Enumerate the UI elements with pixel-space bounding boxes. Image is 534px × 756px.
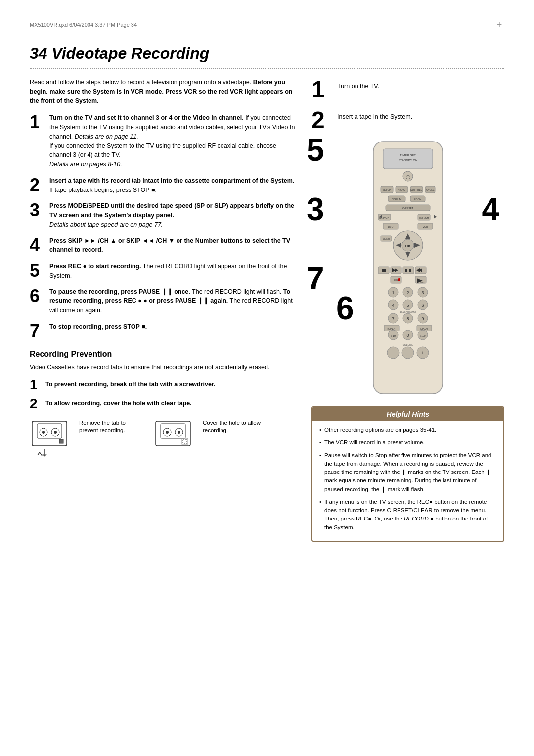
svg-text:DISPLAY: DISPLAY — [392, 198, 402, 201]
svg-text:VOLUME: VOLUME — [402, 343, 413, 346]
step-3-number: 3 — [30, 201, 44, 219]
hint-4: If any menu is on the TV screen, the REC… — [319, 498, 496, 532]
right-step-1-number: 1 — [312, 78, 331, 101]
step-7-number: 7 — [30, 322, 44, 340]
svg-text:DVD: DVD — [388, 225, 394, 228]
svg-text:8: 8 — [406, 316, 409, 321]
tape-item-1: Remove the tab to prevent recording. — [30, 419, 138, 460]
svg-text:ANGLE: ANGLE — [426, 189, 435, 191]
svg-point-4 — [42, 431, 45, 434]
prevention-section: Recording Prevention Video Cassettes hav… — [30, 350, 297, 460]
svg-point-108 — [402, 347, 414, 359]
helpful-hints-box: Helpful Hints Other recording options ar… — [312, 406, 504, 542]
svg-rect-1 — [37, 424, 62, 438]
tape-caption-1: Remove the tab to prevent recording. — [79, 419, 138, 434]
overlay-3: 3 — [307, 193, 324, 225]
right-step-2: 2 Insert a tape in the System. — [312, 108, 504, 132]
svg-text:SKIP/CH: SKIP/CH — [419, 216, 429, 219]
svg-rect-60 — [382, 269, 386, 272]
svg-text:C-RESET: C-RESET — [402, 207, 413, 210]
overlay-4: 4 — [482, 193, 499, 225]
prevention-step-2-num: 2 — [30, 397, 41, 411]
remote-wrapper: TIMER SET STANDBY ON ◯ SETUP AUDIO SUBTI… — [312, 139, 504, 396]
svg-point-16 — [166, 431, 169, 434]
svg-rect-64 — [403, 267, 414, 274]
right-column: 1 Turn on the TV. 2 Insert a tape in the… — [312, 78, 504, 542]
svg-line-11 — [38, 452, 40, 455]
remote-section: 5 3 4 7 6 TIMER SET STANDBY ON — [312, 139, 504, 396]
page-header: MX5100VR.qxd 6/04/2004 3:37 PM Page 34 — [30, 20, 504, 30]
svg-text:0: 0 — [406, 333, 409, 338]
step-6-number: 6 — [30, 287, 44, 305]
step-2-text: If tape playback begins, press STOP ■. — [49, 187, 157, 193]
svg-text:4: 4 — [392, 303, 394, 308]
svg-text:+: + — [421, 350, 424, 356]
overlay-6: 6 — [336, 292, 354, 324]
svg-rect-18 — [183, 439, 187, 443]
prevention-step-2: 2 To allow recording, cover the hole wit… — [30, 397, 297, 411]
hints-header: Helpful Hints — [312, 407, 503, 421]
svg-rect-66 — [409, 269, 411, 272]
svg-rect-13 — [161, 424, 185, 438]
step-1-bold: Turn on the TV and set it to channel 3 o… — [49, 114, 244, 121]
step-6-content: To pause the recording, press PAUSE ❙❙ o… — [49, 287, 297, 315]
svg-text:3: 3 — [421, 290, 424, 295]
svg-text:7: 7 — [392, 316, 394, 321]
prevention-step-1-num: 1 — [30, 378, 41, 392]
main-content: Read and follow the steps below to recor… — [30, 78, 504, 542]
step-6-bold2: ● or press PAUSE ❙❙ again. — [143, 297, 228, 304]
svg-text:VCR: VCR — [423, 225, 428, 228]
svg-point-72 — [398, 278, 400, 281]
step-1-number: 1 — [30, 113, 44, 131]
intro-text: Read and follow the steps below to recor… — [30, 78, 297, 105]
step-2-number: 2 — [30, 176, 44, 194]
svg-text:◯: ◯ — [406, 175, 410, 179]
step-2-content: Insert a tape with its record tab intact… — [49, 176, 297, 195]
svg-text:TIMER SET: TIMER SET — [400, 154, 416, 157]
intro-plain: Read and follow the steps below to recor… — [30, 79, 251, 86]
step-3-bold: Press MODE/SPEED until the desired tape … — [49, 202, 294, 219]
chapter-name: Videotape Recording — [51, 45, 209, 62]
svg-text:+100: +100 — [420, 334, 425, 337]
prevention-step-2-text: To allow recording, cover the hole with … — [45, 397, 192, 408]
svg-text:6: 6 — [421, 303, 424, 308]
svg-point-5 — [54, 431, 57, 434]
hints-list: Other recording options are on pages 35-… — [319, 426, 496, 532]
step-4-bold: Press SKIP ►► /CH ▲ or SKIP ◄◄ /CH ▼ or … — [49, 237, 290, 254]
hint-2: The VCR will record in a preset volume. — [319, 438, 496, 447]
step-6: 6 To pause the recording, press PAUSE ❙❙… — [30, 287, 297, 315]
svg-text:PLAY: PLAY — [420, 281, 425, 284]
left-column: Read and follow the steps below to recor… — [30, 78, 297, 542]
right-step-1-content: Turn on the TV. — [337, 78, 379, 91]
chapter-title: 34 Videotape Recording — [30, 45, 504, 63]
step-1-subtext: If you connected the System to the TV us… — [49, 142, 276, 159]
title-divider — [30, 68, 504, 69]
overlay-5: 5 — [307, 134, 324, 166]
svg-text:SETUP: SETUP — [383, 189, 391, 191]
svg-text:MENU: MENU — [383, 237, 390, 240]
tape-caption-2: Cover the hole to allow recording. — [203, 419, 262, 434]
svg-rect-6 — [59, 439, 63, 443]
step-5-content: Press REC ● to start recording. The red … — [49, 262, 297, 281]
hint-1: Other recording options are on pages 35-… — [319, 426, 496, 434]
hint-3: Pause will switch to Stop after five min… — [319, 451, 496, 494]
step-4-number: 4 — [30, 236, 44, 254]
tape-svg-1 — [30, 419, 74, 460]
chapter-number: 34 — [30, 45, 47, 62]
svg-text:STANDBY ON: STANDBY ON — [399, 159, 417, 162]
hints-body: Other recording options are on pages 35-… — [312, 421, 503, 541]
step-1-content: Turn on the TV and set it to channel 3 o… — [49, 113, 297, 169]
prevention-intro: Video Cassettes have record tabs to ensu… — [30, 363, 297, 372]
svg-text:ZOOM: ZOOM — [414, 198, 422, 201]
svg-text:2: 2 — [406, 290, 409, 295]
svg-text:1: 1 — [392, 290, 394, 295]
tape-illustrations: Remove the tab to prevent recording. — [30, 419, 297, 460]
step-4: 4 Press SKIP ►► /CH ▲ or SKIP ◄◄ /CH ▼ o… — [30, 236, 297, 255]
step-7-content: To stop recording, press STOP ■. — [49, 322, 297, 331]
remote-svg: TIMER SET STANDBY ON ◯ SETUP AUDIO SUBTI… — [358, 139, 457, 396]
svg-text:SUBTITLE: SUBTITLE — [410, 189, 423, 191]
overlay-7: 7 — [307, 263, 324, 294]
prevention-steps: 1 To prevent recording, break off the ta… — [30, 378, 297, 411]
right-step-2-content: Insert a tape in the System. — [337, 108, 412, 122]
step-1: 1 Turn on the TV and set it to channel 3… — [30, 113, 297, 169]
